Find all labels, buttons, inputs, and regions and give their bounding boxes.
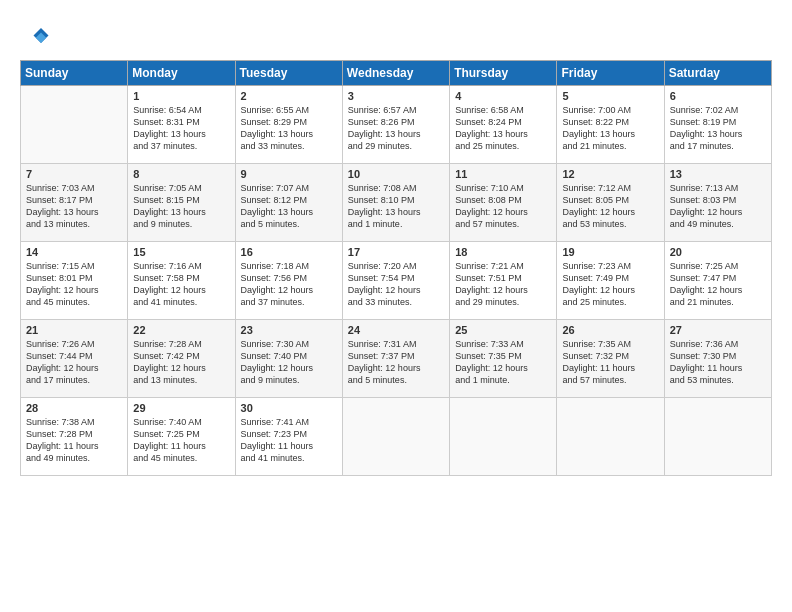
day-number: 22 — [133, 324, 229, 336]
day-cell: 17Sunrise: 7:20 AM Sunset: 7:54 PM Dayli… — [342, 242, 449, 320]
day-cell: 30Sunrise: 7:41 AM Sunset: 7:23 PM Dayli… — [235, 398, 342, 476]
day-cell: 7Sunrise: 7:03 AM Sunset: 8:17 PM Daylig… — [21, 164, 128, 242]
day-number: 8 — [133, 168, 229, 180]
day-info: Sunrise: 6:55 AM Sunset: 8:29 PM Dayligh… — [241, 104, 337, 153]
day-number: 2 — [241, 90, 337, 102]
day-cell: 20Sunrise: 7:25 AM Sunset: 7:47 PM Dayli… — [664, 242, 771, 320]
day-info: Sunrise: 6:54 AM Sunset: 8:31 PM Dayligh… — [133, 104, 229, 153]
day-number: 13 — [670, 168, 766, 180]
day-cell — [342, 398, 449, 476]
day-info: Sunrise: 7:41 AM Sunset: 7:23 PM Dayligh… — [241, 416, 337, 465]
day-cell: 28Sunrise: 7:38 AM Sunset: 7:28 PM Dayli… — [21, 398, 128, 476]
week-row-3: 21Sunrise: 7:26 AM Sunset: 7:44 PM Dayli… — [21, 320, 772, 398]
day-cell: 2Sunrise: 6:55 AM Sunset: 8:29 PM Daylig… — [235, 86, 342, 164]
day-cell: 15Sunrise: 7:16 AM Sunset: 7:58 PM Dayli… — [128, 242, 235, 320]
day-cell: 8Sunrise: 7:05 AM Sunset: 8:15 PM Daylig… — [128, 164, 235, 242]
day-number: 23 — [241, 324, 337, 336]
day-cell — [557, 398, 664, 476]
day-number: 17 — [348, 246, 444, 258]
day-info: Sunrise: 7:21 AM Sunset: 7:51 PM Dayligh… — [455, 260, 551, 309]
day-number: 28 — [26, 402, 122, 414]
day-info: Sunrise: 6:57 AM Sunset: 8:26 PM Dayligh… — [348, 104, 444, 153]
day-number: 18 — [455, 246, 551, 258]
day-cell: 19Sunrise: 7:23 AM Sunset: 7:49 PM Dayli… — [557, 242, 664, 320]
day-number: 7 — [26, 168, 122, 180]
day-number: 14 — [26, 246, 122, 258]
day-info: Sunrise: 7:38 AM Sunset: 7:28 PM Dayligh… — [26, 416, 122, 465]
logo — [20, 22, 54, 52]
day-number: 29 — [133, 402, 229, 414]
day-number: 15 — [133, 246, 229, 258]
day-number: 10 — [348, 168, 444, 180]
day-info: Sunrise: 7:36 AM Sunset: 7:30 PM Dayligh… — [670, 338, 766, 387]
day-number: 11 — [455, 168, 551, 180]
day-info: Sunrise: 7:26 AM Sunset: 7:44 PM Dayligh… — [26, 338, 122, 387]
day-info: Sunrise: 7:10 AM Sunset: 8:08 PM Dayligh… — [455, 182, 551, 231]
day-info: Sunrise: 7:07 AM Sunset: 8:12 PM Dayligh… — [241, 182, 337, 231]
header-cell-friday: Friday — [557, 61, 664, 86]
day-info: Sunrise: 7:08 AM Sunset: 8:10 PM Dayligh… — [348, 182, 444, 231]
day-info: Sunrise: 7:13 AM Sunset: 8:03 PM Dayligh… — [670, 182, 766, 231]
day-number: 30 — [241, 402, 337, 414]
day-number: 3 — [348, 90, 444, 102]
day-number: 6 — [670, 90, 766, 102]
day-info: Sunrise: 7:30 AM Sunset: 7:40 PM Dayligh… — [241, 338, 337, 387]
day-number: 21 — [26, 324, 122, 336]
day-info: Sunrise: 7:40 AM Sunset: 7:25 PM Dayligh… — [133, 416, 229, 465]
header-cell-thursday: Thursday — [450, 61, 557, 86]
day-number: 5 — [562, 90, 658, 102]
header-cell-tuesday: Tuesday — [235, 61, 342, 86]
day-info: Sunrise: 7:15 AM Sunset: 8:01 PM Dayligh… — [26, 260, 122, 309]
day-number: 26 — [562, 324, 658, 336]
header-cell-saturday: Saturday — [664, 61, 771, 86]
day-info: Sunrise: 7:23 AM Sunset: 7:49 PM Dayligh… — [562, 260, 658, 309]
day-cell — [21, 86, 128, 164]
day-number: 9 — [241, 168, 337, 180]
week-row-0: 1Sunrise: 6:54 AM Sunset: 8:31 PM Daylig… — [21, 86, 772, 164]
day-info: Sunrise: 6:58 AM Sunset: 8:24 PM Dayligh… — [455, 104, 551, 153]
day-info: Sunrise: 7:02 AM Sunset: 8:19 PM Dayligh… — [670, 104, 766, 153]
calendar-table: SundayMondayTuesdayWednesdayThursdayFrid… — [20, 60, 772, 476]
week-row-4: 28Sunrise: 7:38 AM Sunset: 7:28 PM Dayli… — [21, 398, 772, 476]
day-info: Sunrise: 7:28 AM Sunset: 7:42 PM Dayligh… — [133, 338, 229, 387]
day-cell: 14Sunrise: 7:15 AM Sunset: 8:01 PM Dayli… — [21, 242, 128, 320]
week-row-1: 7Sunrise: 7:03 AM Sunset: 8:17 PM Daylig… — [21, 164, 772, 242]
header-row: SundayMondayTuesdayWednesdayThursdayFrid… — [21, 61, 772, 86]
day-cell: 25Sunrise: 7:33 AM Sunset: 7:35 PM Dayli… — [450, 320, 557, 398]
header-cell-wednesday: Wednesday — [342, 61, 449, 86]
week-row-2: 14Sunrise: 7:15 AM Sunset: 8:01 PM Dayli… — [21, 242, 772, 320]
day-info: Sunrise: 7:03 AM Sunset: 8:17 PM Dayligh… — [26, 182, 122, 231]
day-cell: 6Sunrise: 7:02 AM Sunset: 8:19 PM Daylig… — [664, 86, 771, 164]
day-info: Sunrise: 7:16 AM Sunset: 7:58 PM Dayligh… — [133, 260, 229, 309]
day-cell: 12Sunrise: 7:12 AM Sunset: 8:05 PM Dayli… — [557, 164, 664, 242]
day-cell — [664, 398, 771, 476]
day-cell: 11Sunrise: 7:10 AM Sunset: 8:08 PM Dayli… — [450, 164, 557, 242]
day-info: Sunrise: 7:00 AM Sunset: 8:22 PM Dayligh… — [562, 104, 658, 153]
day-cell: 23Sunrise: 7:30 AM Sunset: 7:40 PM Dayli… — [235, 320, 342, 398]
day-number: 1 — [133, 90, 229, 102]
day-cell: 16Sunrise: 7:18 AM Sunset: 7:56 PM Dayli… — [235, 242, 342, 320]
logo-icon — [20, 22, 50, 52]
day-cell: 13Sunrise: 7:13 AM Sunset: 8:03 PM Dayli… — [664, 164, 771, 242]
day-info: Sunrise: 7:12 AM Sunset: 8:05 PM Dayligh… — [562, 182, 658, 231]
day-number: 24 — [348, 324, 444, 336]
header-cell-monday: Monday — [128, 61, 235, 86]
page: SundayMondayTuesdayWednesdayThursdayFrid… — [0, 0, 792, 486]
day-number: 12 — [562, 168, 658, 180]
day-cell: 21Sunrise: 7:26 AM Sunset: 7:44 PM Dayli… — [21, 320, 128, 398]
day-cell: 9Sunrise: 7:07 AM Sunset: 8:12 PM Daylig… — [235, 164, 342, 242]
day-number: 4 — [455, 90, 551, 102]
day-cell: 24Sunrise: 7:31 AM Sunset: 7:37 PM Dayli… — [342, 320, 449, 398]
header-cell-sunday: Sunday — [21, 61, 128, 86]
day-number: 16 — [241, 246, 337, 258]
header — [20, 18, 772, 52]
day-number: 25 — [455, 324, 551, 336]
day-cell: 5Sunrise: 7:00 AM Sunset: 8:22 PM Daylig… — [557, 86, 664, 164]
day-number: 27 — [670, 324, 766, 336]
day-cell: 26Sunrise: 7:35 AM Sunset: 7:32 PM Dayli… — [557, 320, 664, 398]
day-info: Sunrise: 7:05 AM Sunset: 8:15 PM Dayligh… — [133, 182, 229, 231]
day-cell: 10Sunrise: 7:08 AM Sunset: 8:10 PM Dayli… — [342, 164, 449, 242]
day-info: Sunrise: 7:35 AM Sunset: 7:32 PM Dayligh… — [562, 338, 658, 387]
day-info: Sunrise: 7:31 AM Sunset: 7:37 PM Dayligh… — [348, 338, 444, 387]
day-cell: 4Sunrise: 6:58 AM Sunset: 8:24 PM Daylig… — [450, 86, 557, 164]
